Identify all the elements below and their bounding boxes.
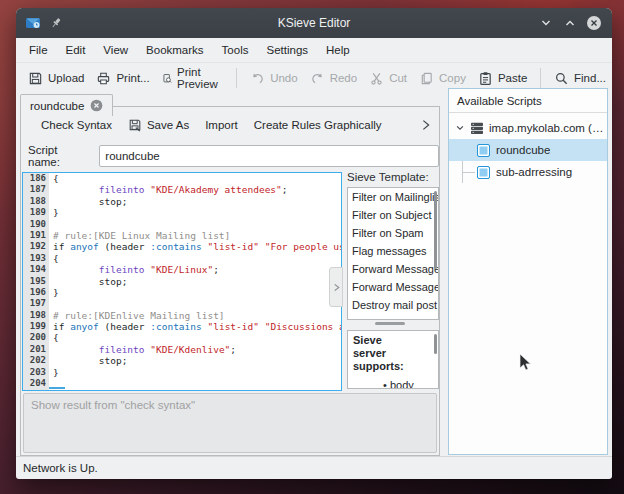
maximize-button[interactable] [562,15,578,31]
mouse-cursor [519,353,533,372]
undo-icon [250,71,265,86]
menubar-item[interactable]: View [94,40,137,60]
code-line[interactable]: 195 stop; [23,276,341,287]
template-list-item[interactable]: Filter on Mailinglist [348,188,438,206]
create-rules-button[interactable]: Create Rules Graphically [246,115,390,135]
template-list-scrollbar[interactable] [434,191,437,269]
code-line[interactable]: 187 fileinto "KDE/Akademy attendees"; [23,184,341,195]
paste-button[interactable]: Paste [472,68,533,89]
titlebar[interactable]: KSieve Editor [16,8,612,38]
code-line[interactable]: 193 { [23,253,341,264]
template-list-item[interactable]: Forward Message [348,278,438,296]
minimize-button[interactable] [538,15,554,31]
tab-close-icon[interactable] [90,99,103,112]
code-line[interactable]: 186 { [23,173,341,184]
code-line[interactable]: 197 [23,298,341,309]
splitter-collapse-handle[interactable] [329,267,343,307]
save-as-button[interactable]: Save As [120,114,197,136]
code-line[interactable]: 190 [23,219,341,230]
code-text: { [49,173,341,184]
template-list-item[interactable]: Flag messages [348,242,438,260]
tree-item-script[interactable]: roundcube [449,139,607,161]
print-preview-icon [162,71,172,86]
line-number: 198 [23,310,49,321]
more-actions-chevron-icon[interactable] [419,118,433,132]
copy-button[interactable]: Copy [413,68,472,89]
tab-label: roundcube [30,100,84,112]
menubar-item[interactable]: Bookmarks [137,40,213,60]
line-number: 200 [23,332,49,343]
import-button[interactable]: Import [197,115,246,135]
line-number: 193 [23,253,49,264]
check-syntax-result-box[interactable]: Show result from "check syntax" [23,393,437,453]
code-text: if anyof (header :contains "list-id" "Di… [49,321,341,332]
close-button[interactable] [586,15,602,31]
script-checkbox-icon[interactable] [477,144,490,157]
server-label: imap.mykolab.com (pbro… [489,122,607,134]
cut-button[interactable]: Cut [363,68,413,89]
code-line[interactable]: 196 } [23,287,341,298]
code-text: { [49,253,341,264]
print-button[interactable]: Print... [90,68,155,89]
code-line[interactable]: 188 stop; [23,196,341,207]
code-line[interactable]: 192 if anyof (header :contains "list-id"… [23,241,341,252]
copy-icon [419,71,434,86]
tab-roundcube[interactable]: roundcube [20,94,113,116]
code-line[interactable]: 191 # rule:[KDE Linux Mailing list] [23,230,341,241]
undo-button[interactable]: Undo [244,68,304,89]
code-line[interactable]: 198 # rule:[KDEnlive Mailing list] [23,310,341,321]
template-list-item[interactable]: Filter on Subject [348,206,438,224]
code-text: } [49,367,341,378]
code-line[interactable]: 194 fileinto "KDE/Linux"; [23,264,341,275]
menubar-item[interactable]: File [20,40,57,60]
server-supports-title: Sieve server supports: [353,334,415,373]
menubar-item[interactable]: Settings [257,40,317,60]
template-list-item[interactable]: Forward Message [348,260,438,278]
window-title: KSieve Editor [16,16,612,30]
tree-item-server[interactable]: imap.mykolab.com (pbro… [449,117,607,139]
line-number: 202 [23,355,49,366]
print-preview-button[interactable]: Print Preview [156,63,230,93]
menubar-item[interactable]: Tools [213,40,258,60]
line-number: 195 [23,276,49,287]
code-line[interactable]: 201 fileinto "KDE/Kdenlive"; [23,344,341,355]
code-line[interactable]: 202 stop; [23,355,341,366]
scissors-icon [369,71,384,86]
template-list-item[interactable]: Destroy mail post [348,296,438,314]
tree-item-script[interactable]: sub-adrressing [449,161,607,183]
line-number: 190 [23,219,49,230]
template-list-item[interactable]: Filter on Spam [348,224,438,242]
check-syntax-button[interactable]: Check Syntax [33,115,120,135]
code-line[interactable]: 204 [23,378,341,389]
save-as-icon [128,118,142,132]
upload-button[interactable]: Upload [22,68,90,89]
code-line[interactable]: 200 { [23,332,341,343]
template-list-hscrollbar[interactable] [347,320,439,327]
code-editor[interactable]: 186 { 187 fileinto "KDE/Akademy attendee… [22,172,342,391]
code-line[interactable]: 203 } [23,367,341,378]
server-icon [470,122,484,135]
editor-pane: Check Syntax Save As Import Create Rules… [20,106,440,456]
close-icon [586,15,602,31]
search-icon [554,71,569,86]
scripts-tree: imap.mykolab.com (pbro… roundcube sub-ad… [449,113,607,183]
code-text: } [49,287,341,298]
menubar-item[interactable]: Edit [57,40,95,60]
supports-item: body [383,379,438,389]
find-button[interactable]: Find... [548,68,612,89]
menubar-item[interactable]: Help [317,40,359,60]
supports-scrollbar[interactable] [434,334,437,354]
script-name-input[interactable] [99,145,439,167]
line-number: 186 [23,173,49,184]
code-line[interactable]: 199 if anyof (header :contains "list-id"… [23,321,341,332]
expander-chevron-down-icon[interactable] [455,123,465,133]
redo-button[interactable]: Redo [304,68,364,89]
server-supports-box: Sieve server supports: bodycomp [347,330,439,389]
code-line[interactable]: 189 } [23,207,341,218]
clipboard-icon [478,71,493,86]
line-number: 191 [23,230,49,241]
code-text: stop; [49,196,341,207]
save-icon [28,71,43,86]
script-checkbox-icon[interactable] [477,166,490,179]
code-line[interactable]: 205 [23,389,341,391]
